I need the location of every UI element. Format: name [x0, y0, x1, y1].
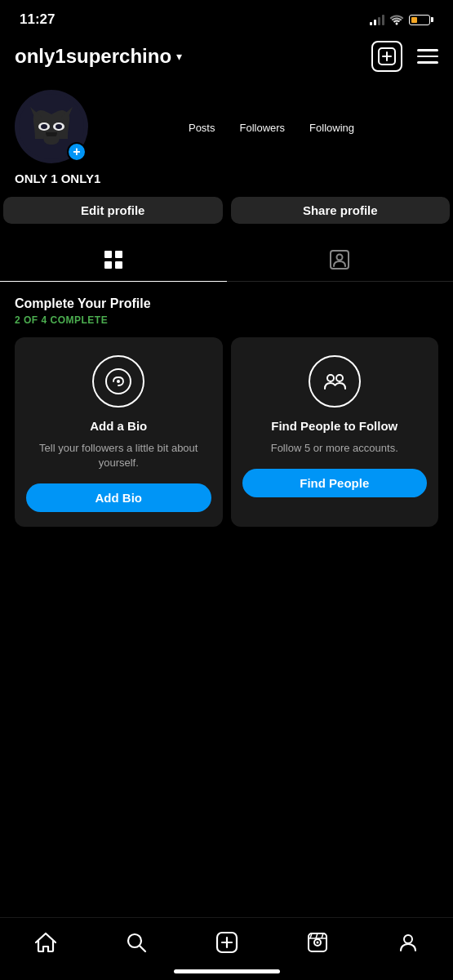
complete-profile-cards: Add a Bio Tell your followers a little b…: [15, 337, 438, 527]
following-label: Following: [309, 122, 354, 134]
chevron-down-icon: ▾: [176, 50, 182, 63]
add-bio-card: Add a Bio Tell your followers a little b…: [15, 337, 223, 527]
menu-button[interactable]: [417, 49, 438, 64]
home-icon: [33, 931, 58, 954]
header: only1superchino ▾: [0, 34, 453, 82]
search-icon: [124, 931, 149, 954]
following-stat[interactable]: Following: [309, 120, 354, 134]
posts-label: Posts: [189, 122, 215, 134]
bio-card-title: Add a Bio: [90, 419, 147, 433]
add-story-button[interactable]: +: [67, 142, 87, 162]
followers-stat[interactable]: Followers: [239, 120, 285, 134]
profile-icon: [396, 931, 420, 954]
posts-stat[interactable]: Posts: [189, 120, 215, 134]
status-icons: [370, 14, 433, 25]
nav-home[interactable]: [22, 928, 69, 957]
find-people-card: Find People to Follow Follow 5 or more a…: [231, 337, 439, 527]
signal-icon: [370, 14, 384, 25]
bio-icon-circle: [92, 355, 144, 408]
share-profile-button[interactable]: Share profile: [231, 197, 451, 224]
username-text: only1superchino: [15, 45, 171, 68]
header-actions: [371, 41, 438, 72]
bio-card-desc: Tell your followers a little bit about y…: [26, 441, 211, 470]
followers-label: Followers: [239, 122, 285, 134]
reels-icon: [305, 931, 330, 954]
display-name: ONLY 1 ONLY1: [15, 172, 438, 185]
nav-profile[interactable]: [384, 928, 432, 957]
status-time: 11:27: [20, 11, 55, 28]
svg-line-19: [140, 946, 145, 951]
complete-profile-section: Complete Your Profile 2 OF 4 COMPLETE Ad…: [0, 282, 453, 527]
profile-stats: Posts Followers Following: [104, 120, 438, 134]
nav-create[interactable]: [203, 928, 251, 957]
nav-reels[interactable]: [294, 928, 341, 957]
add-bio-button[interactable]: Add Bio: [26, 483, 211, 512]
svg-rect-11: [115, 261, 122, 269]
hamburger-icon: [417, 49, 438, 51]
battery-icon: [409, 15, 433, 25]
svg-rect-9: [115, 251, 122, 258]
find-people-desc: Follow 5 or more accounts.: [271, 441, 398, 456]
profile-section: + Posts Followers Following ONLY 1 ONLY1: [0, 82, 453, 185]
svg-point-13: [337, 255, 343, 261]
tab-grid[interactable]: [0, 238, 227, 281]
edit-profile-button[interactable]: Edit profile: [3, 197, 223, 224]
svg-point-30: [404, 935, 412, 943]
svg-point-25: [316, 942, 318, 944]
find-people-button[interactable]: Find People: [242, 469, 428, 497]
svg-point-16: [327, 375, 334, 381]
svg-point-6: [41, 124, 47, 129]
find-people-title: Find People to Follow: [271, 419, 397, 433]
wifi-icon: [389, 14, 404, 25]
hamburger-icon: [417, 61, 438, 64]
nav-search[interactable]: [113, 928, 160, 957]
profile-tabs: [0, 238, 453, 282]
svg-point-7: [56, 124, 62, 129]
find-people-icon-circle: [309, 355, 361, 408]
status-bar: 11:27: [0, 0, 453, 34]
complete-profile-title: Complete Your Profile: [15, 296, 438, 311]
svg-rect-8: [104, 251, 112, 258]
svg-rect-10: [104, 261, 112, 269]
svg-point-15: [117, 380, 120, 383]
person-tag-icon: [328, 248, 351, 271]
profile-buttons: Edit profile Share profile: [0, 197, 453, 224]
header-username-area[interactable]: only1superchino ▾: [15, 45, 182, 68]
profile-top: + Posts Followers Following: [15, 90, 438, 163]
new-post-button[interactable]: [371, 41, 402, 72]
grid-icon: [102, 248, 125, 271]
create-icon: [215, 931, 239, 954]
tab-tagged[interactable]: [227, 238, 454, 281]
home-indicator: [174, 969, 280, 973]
avatar-wrapper[interactable]: +: [15, 90, 88, 163]
hamburger-icon: [417, 56, 438, 58]
complete-profile-subtitle: 2 OF 4 COMPLETE: [15, 314, 438, 326]
svg-point-17: [336, 375, 343, 381]
